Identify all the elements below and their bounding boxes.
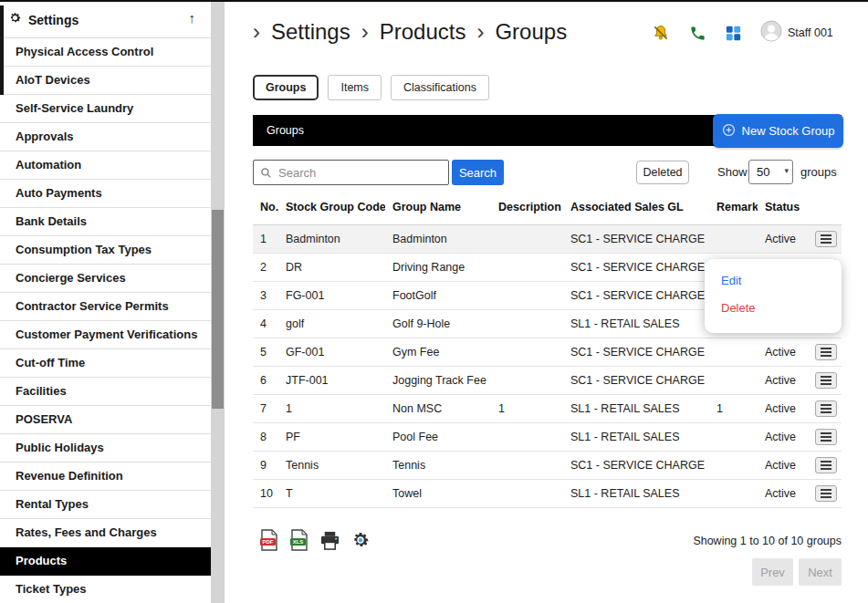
sidebar-item[interactable]: Customer Payment Verifications — [0, 321, 211, 349]
cell-stock-group-code: GF-001 — [278, 346, 385, 359]
breadcrumb-separator: › — [253, 19, 260, 45]
sidebar-item[interactable]: Auto Payments — [0, 180, 211, 208]
sidebar-item[interactable]: Rental Types — [0, 491, 211, 519]
row-actions-menu-button[interactable] — [815, 485, 837, 502]
sidebar-item[interactable]: Concierge Services — [0, 265, 211, 293]
cell-actions — [808, 344, 842, 360]
sidebar-item[interactable]: Physical Access Control — [0, 38, 211, 67]
breadcrumb: › Settings › Products › Groups — [253, 15, 567, 49]
window-scrollbar-thumb[interactable] — [0, 5, 4, 95]
show-count-select[interactable]: 50 — [748, 160, 793, 184]
context-menu-item[interactable]: Edit — [705, 267, 842, 295]
search-wrap — [253, 160, 449, 185]
row-actions-menu-button[interactable] — [815, 457, 837, 473]
panel-title: Groups — [267, 124, 304, 137]
sidebar-scrollbar-track[interactable] — [211, 2, 225, 603]
sidebar-item[interactable]: Approvals — [0, 123, 211, 151]
cell-status: Active — [758, 233, 808, 245]
cell-associated-sales-gl: SL1 - RETAIL SALES — [563, 431, 709, 443]
print-icon[interactable] — [319, 531, 340, 550]
cell-actions — [808, 400, 842, 417]
export-toolbar: PDF XLS — [259, 529, 371, 551]
cell-actions — [808, 457, 842, 473]
hamburger-icon — [821, 379, 831, 381]
sidebar-item-label: AIoT Devices — [16, 73, 90, 87]
cell-associated-sales-gl: SL1 - RETAIL SALES — [563, 402, 709, 415]
topbar-icons: Staff 001 — [652, 20, 833, 46]
cell-associated-sales-gl: SC1 - SERVICE CHARGE — [563, 374, 709, 387]
new-stock-group-button[interactable]: New Stock Group — [713, 114, 843, 148]
column-header: Stock Group Code — [278, 201, 385, 224]
sidebar-item[interactable]: Automation — [0, 151, 211, 180]
export-xls-icon[interactable]: XLS — [289, 529, 309, 551]
cell-group-name: FootGolf — [385, 289, 491, 302]
apps-grid-icon[interactable] — [726, 26, 741, 41]
row-actions-menu-button[interactable] — [815, 400, 837, 417]
cell-no: 1 — [253, 233, 278, 245]
sidebar-item[interactable]: Facilities — [0, 378, 211, 406]
column-header: No. — [253, 201, 278, 224]
sidebar-item[interactable]: Revenue Definition — [0, 463, 211, 491]
sidebar-item[interactable]: Rates, Fees and Charges — [0, 519, 211, 547]
cell-associated-sales-gl: SC1 - SERVICE CHARGE — [563, 233, 709, 245]
cell-status: Active — [758, 374, 808, 387]
table-settings-gear-icon[interactable] — [350, 530, 371, 550]
sidebar-item[interactable]: POSERVA — [0, 406, 211, 434]
breadcrumb-item[interactable]: Groups — [495, 19, 567, 45]
breadcrumb-item[interactable]: Products — [380, 19, 466, 45]
sidebar-nav: Physical Access Control AIoT Devices Sel… — [0, 38, 211, 603]
cell-group-name: Golf 9-Hole — [385, 317, 491, 330]
cell-stock-group-code: 1 — [278, 402, 385, 415]
cell-stock-group-code: Tennis — [278, 459, 385, 472]
search-input[interactable] — [253, 160, 449, 185]
sidebar-item[interactable]: AIoT Devices — [0, 67, 211, 95]
sidebar-item[interactable]: Contractor Service Permits — [0, 293, 211, 321]
cell-actions — [808, 485, 842, 502]
sidebar-item-label: Auto Payments — [16, 186, 102, 200]
row-actions-menu-button[interactable] — [815, 372, 837, 389]
row-actions-menu-button[interactable] — [815, 231, 837, 247]
table-row: 10 T Towel SL1 - RETAIL SALES Active — [253, 480, 842, 508]
user-menu[interactable]: Staff 001 — [760, 20, 833, 46]
sidebar-item[interactable]: Bank Details — [0, 208, 211, 236]
sidebar-item[interactable]: Cut-off Time — [0, 349, 211, 378]
notifications-muted-icon[interactable] — [652, 24, 670, 42]
sidebar-item-label: POSERVA — [16, 412, 72, 426]
sidebar-item-label: Cut-off Time — [16, 356, 85, 369]
cell-group-name: Non MSC — [385, 402, 491, 415]
sidebar-header: Settings ↑ — [0, 2, 211, 38]
tab[interactable]: Items — [328, 75, 382, 100]
export-pdf-icon[interactable]: PDF — [259, 529, 279, 551]
gear-icon — [8, 11, 22, 28]
cell-actions — [808, 231, 842, 247]
sidebar-item[interactable]: Ticket Types — [0, 576, 211, 603]
hamburger-icon — [821, 436, 831, 438]
deleted-filter-button[interactable]: Deleted — [636, 161, 689, 184]
search-button[interactable]: Search — [452, 160, 504, 185]
next-page-button[interactable]: Next — [799, 558, 842, 586]
sidebar-item-label: Approvals — [16, 130, 74, 143]
scroll-top-arrow-icon[interactable]: ↑ — [189, 10, 196, 26]
prev-page-button[interactable]: Prev — [752, 558, 793, 586]
sidebar-item[interactable]: Self-Service Laundry — [0, 95, 211, 123]
user-name: Staff 001 — [788, 26, 833, 39]
context-menu-item[interactable]: Delete — [705, 295, 842, 322]
sidebar-item[interactable]: Consumption Tax Types — [0, 236, 211, 265]
tab[interactable]: Classifications — [391, 75, 489, 100]
tab[interactable]: Groups — [253, 75, 319, 100]
cell-group-name: Pool Fee — [385, 431, 491, 443]
cell-no: 9 — [253, 459, 278, 472]
sidebar-scrollbar-thumb[interactable] — [212, 210, 224, 409]
cell-associated-sales-gl: SC1 - SERVICE CHARGE — [563, 289, 709, 302]
row-actions-menu-button[interactable] — [815, 429, 837, 445]
phone-icon[interactable] — [689, 25, 706, 42]
sidebar-item[interactable]: Public Holidays — [0, 434, 211, 463]
cell-associated-sales-gl: SL1 - RETAIL SALES — [563, 487, 709, 500]
sidebar-item[interactable]: Products — [0, 547, 211, 576]
sidebar-item-label: Automation — [16, 158, 81, 172]
row-actions-menu-button[interactable] — [815, 344, 837, 360]
search-icon — [260, 166, 272, 182]
breadcrumb-item[interactable]: Settings — [271, 19, 350, 45]
showing-summary: Showing 1 to 10 of 10 groups — [693, 535, 842, 547]
sidebar: Settings ↑ Physical Access Control AIoT … — [0, 2, 211, 603]
